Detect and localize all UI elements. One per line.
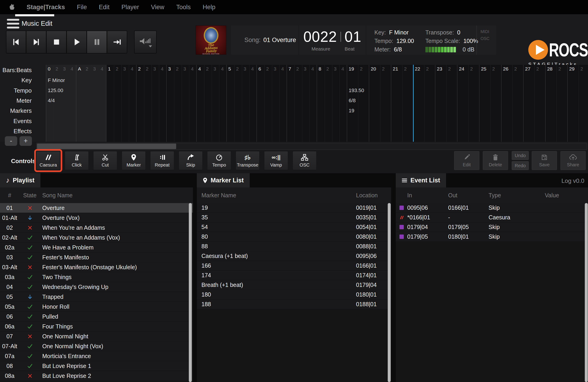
marker-row[interactable]: 1740174|01: [197, 271, 391, 280]
skip-to-end-button[interactable]: [107, 31, 127, 54]
playlist-row[interactable]: 08aBut Love Reprise 2: [0, 371, 193, 381]
event-row[interactable]: *0166|01-Caesura: [396, 213, 588, 222]
event-row[interactable]: 0179|050180|01Skip: [396, 232, 588, 242]
timeline-measure-24[interactable]: 242: [457, 65, 479, 142]
zoom-in-button[interactable]: +: [20, 136, 32, 146]
menu-item-view[interactable]: View: [151, 4, 164, 11]
timeline-measure-27[interactable]: 272: [523, 65, 545, 142]
repeat-tool-button[interactable]: Repeat: [150, 151, 174, 170]
playlist-row[interactable]: 03aTwo Things: [0, 272, 193, 282]
vamp-tool-button[interactable]: ∞:||Vamp: [264, 151, 288, 170]
timeline-measure-4[interactable]: 4234: [196, 65, 227, 142]
marker-row[interactable]: 190019|01: [197, 203, 391, 213]
click-tool-button[interactable]: Click: [65, 151, 89, 170]
delete-button[interactable]: Delete: [483, 151, 508, 170]
timeline-measure-7[interactable]: 7234: [287, 65, 317, 142]
volume-button[interactable]: [134, 31, 157, 54]
playlist-row[interactable]: 02-AltWhen You're an Addams (Vox): [0, 233, 193, 243]
playlist-row[interactable]: 07-AltOne Normal Night (Vox): [0, 341, 193, 351]
timeline-measure-26[interactable]: 262: [501, 65, 523, 142]
timeline-measure-6[interactable]: 6234: [256, 65, 287, 142]
hamburger-menu-icon[interactable]: [7, 19, 19, 28]
pause-button[interactable]: [87, 31, 107, 54]
menu-item-tools[interactable]: Tools: [176, 4, 191, 11]
playlist-row[interactable]: 04Wednesday's Growing Up: [0, 282, 193, 292]
marker-row[interactable]: Caesura (+1 beat)0095|06: [197, 251, 391, 261]
share-button[interactable]: Share: [560, 151, 586, 170]
timeline-grid[interactable]: 0234A23412342234323442345234623472348234…: [46, 65, 588, 142]
marker-row[interactable]: 1880188|01: [197, 299, 391, 309]
tempo-tool-button[interactable]: Tempo: [207, 151, 231, 170]
playlist-row[interactable]: 05aHonor Roll: [0, 302, 193, 312]
playlist-row[interactable]: 06aFour Things: [0, 322, 193, 331]
menu-item-stage-tracks[interactable]: Stage|Tracks: [27, 4, 65, 11]
playlist-row[interactable]: 03Fester's Manifesto: [0, 253, 193, 262]
playhead[interactable]: [413, 65, 414, 142]
timeline-measure-21[interactable]: 212: [391, 65, 413, 142]
playlist-row[interactable]: 07aMorticia's Entrance: [0, 351, 193, 361]
playlist-row[interactable]: 07One Normal Night: [0, 331, 193, 341]
menu-item-help[interactable]: Help: [203, 4, 215, 11]
marker-row[interactable]: 880088|01: [197, 242, 391, 251]
zoom-out-button[interactable]: -: [5, 136, 17, 146]
marker-row[interactable]: 1800180|01: [197, 290, 391, 299]
caesura-tool-button[interactable]: Caesura: [36, 151, 60, 170]
save-button[interactable]: Save: [532, 151, 557, 170]
osc-tool-button[interactable]: OSC: [293, 151, 316, 170]
timeline-measure-5[interactable]: 5234: [227, 65, 256, 142]
marker-list-scrollbar[interactable]: [388, 203, 391, 382]
timeline-scroll-thumb[interactable]: [37, 144, 176, 149]
playlist-row[interactable]: 02When You're an Addams: [0, 223, 193, 233]
state-cut-icon: [19, 225, 41, 231]
timeline-row-label-meter: Meter: [17, 97, 32, 104]
playlist-row[interactable]: 02aWe Have a Problem: [0, 243, 193, 253]
menu-item-edit[interactable]: Edit: [99, 4, 109, 11]
timeline-measure-8[interactable]: 8234: [317, 65, 347, 142]
timeline-measure-22[interactable]: 222: [413, 65, 435, 142]
playlist-row[interactable]: 08But Love Reprise 1: [0, 361, 193, 371]
playlist-row[interactable]: 01Overture: [0, 203, 193, 213]
tab-event-list[interactable]: Event List: [396, 173, 446, 188]
timeline-measure-2[interactable]: 2234: [136, 65, 166, 142]
menu-item-player[interactable]: Player: [122, 4, 139, 11]
playlist-row[interactable]: 06Pulled: [0, 312, 193, 322]
redo-button[interactable]: Redo: [512, 161, 529, 170]
undo-button[interactable]: Undo: [512, 151, 529, 160]
marker-row[interactable]: Breath (+1 beat)0179|04: [197, 280, 391, 290]
playlist-row[interactable]: 03-AltFester's Manifesto (Onstage Ukulel…: [0, 262, 193, 272]
event-row[interactable]: 0095|060166|01Skip: [396, 203, 588, 213]
marker-row[interactable]: 800080|01: [197, 232, 391, 242]
marker-row[interactable]: 350035|01: [197, 213, 391, 222]
state-ok-icon: [19, 274, 41, 280]
transpose-tool-button[interactable]: ♯♭Transpose: [236, 151, 260, 170]
marker-tool-button[interactable]: Marker: [122, 151, 146, 170]
timeline-measure-23[interactable]: 232: [435, 65, 457, 142]
tab-playlist[interactable]: ♪ Playlist: [0, 173, 41, 188]
stop-button[interactable]: [46, 31, 67, 54]
skip-forward-button[interactable]: [26, 31, 46, 54]
timeline-measure-25[interactable]: 252: [479, 65, 501, 142]
timeline-measure-20[interactable]: 202: [369, 65, 391, 142]
timeline-measure-29[interactable]: 292: [567, 65, 588, 142]
playlist-row[interactable]: 05Trapped: [0, 292, 193, 302]
apple-menu-icon[interactable]: [9, 4, 17, 11]
edit-button[interactable]: Edit: [454, 151, 479, 170]
cut-tool-button[interactable]: Cut: [93, 151, 117, 170]
marker-row[interactable]: 540054|01: [197, 222, 391, 232]
tab-marker-list[interactable]: Marker List: [197, 173, 250, 188]
play-button[interactable]: [67, 31, 87, 54]
event-row[interactable]: 0179|040179|05Skip: [396, 222, 588, 232]
skip-tool-button[interactable]: Skip: [179, 151, 203, 170]
menu-item-file[interactable]: File: [77, 4, 87, 11]
marker-row[interactable]: 1660166|01: [197, 261, 391, 271]
playlist-scrollbar[interactable]: [189, 203, 192, 382]
timeline-row-label-key: Key: [21, 77, 32, 84]
timeline-horizontal-scrollbar[interactable]: [36, 143, 587, 150]
timeline-measure-1[interactable]: 1234: [106, 65, 136, 142]
event-list-scrollbar[interactable]: [585, 203, 588, 382]
timeline-measure-3[interactable]: 3234: [166, 65, 196, 142]
skip-to-start-button[interactable]: [6, 31, 26, 54]
playlist-row[interactable]: 01-AltOverture (Vox): [0, 213, 193, 223]
timeline-measure-A[interactable]: A234: [76, 65, 106, 142]
timeline-measure-28[interactable]: 282: [545, 65, 567, 142]
